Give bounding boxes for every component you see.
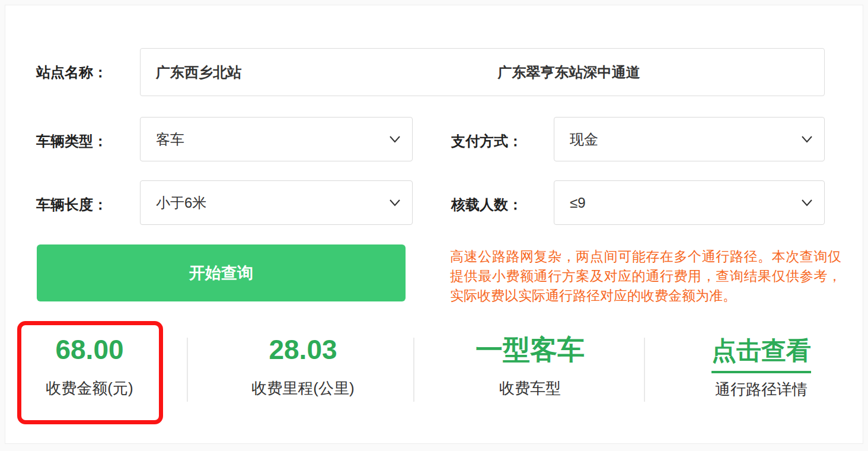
end-station-value: 广东翠亨东站深中通道: [498, 63, 640, 82]
result-vehicle-class: 一型客车 收费车型: [459, 333, 601, 399]
payment-method-value: 现金: [570, 130, 598, 149]
start-station-value: 广东西乡北站: [156, 63, 241, 82]
start-station-input[interactable]: 广东西乡北站: [141, 49, 483, 96]
seat-count-select[interactable]: ≤9: [554, 180, 825, 225]
seat-count-value: ≤9: [570, 195, 586, 211]
vehicle-length-label: 车辆长度：: [36, 195, 107, 214]
vehicle-type-label: 车辆类型：: [36, 132, 107, 151]
view-route-link[interactable]: 点击查看: [711, 334, 811, 373]
result-route-details: 点击查看 通行路径详情: [690, 333, 832, 400]
start-query-button[interactable]: 开始查询: [37, 244, 406, 301]
vehicle-length-select[interactable]: 小于6米: [140, 180, 413, 225]
payment-method-label: 支付方式：: [451, 132, 522, 151]
result-divider: [413, 338, 414, 402]
fee-amount-value: 68.00: [18, 333, 161, 366]
result-mileage: 28.03 收费里程(公里): [232, 333, 374, 399]
chevron-down-icon: [802, 199, 812, 207]
result-divider: [644, 338, 645, 402]
result-fee: 68.00 收费金额(元): [18, 333, 161, 399]
vehicle-length-value: 小于6米: [156, 193, 206, 212]
mileage-label: 收费里程(公里): [232, 378, 374, 399]
payment-method-select[interactable]: 现金: [554, 117, 825, 161]
route-disclaimer-text: 高速公路路网复杂，两点间可能存在多个通行路径。本次查询仅提供最小费额通行方案及对…: [450, 247, 841, 306]
seat-count-label: 核载人数：: [451, 195, 522, 214]
vehicle-type-select[interactable]: 客车: [140, 117, 413, 161]
chevron-down-icon: [390, 199, 400, 207]
station-name-label: 站点名称：: [36, 63, 107, 82]
end-station-input[interactable]: 广东翠亨东站深中通道: [483, 49, 825, 96]
fee-amount-label: 收费金额(元): [18, 378, 161, 399]
route-details-label: 通行路径详情: [690, 379, 832, 400]
vehicle-type-value: 客车: [156, 130, 184, 149]
chevron-down-icon: [390, 136, 400, 143]
mileage-value: 28.03: [232, 333, 374, 366]
vehicle-class-value: 一型客车: [459, 333, 601, 366]
vehicle-class-label: 收费车型: [459, 378, 601, 399]
station-input-group: 广东西乡北站 广东翠亨东站深中通道: [140, 48, 825, 96]
chevron-down-icon: [802, 136, 812, 143]
toll-query-card: 站点名称： 广东西乡北站 广东翠亨东站深中通道 车辆类型： 客车 支付方式： 现…: [5, 5, 863, 444]
result-divider: [187, 338, 188, 402]
